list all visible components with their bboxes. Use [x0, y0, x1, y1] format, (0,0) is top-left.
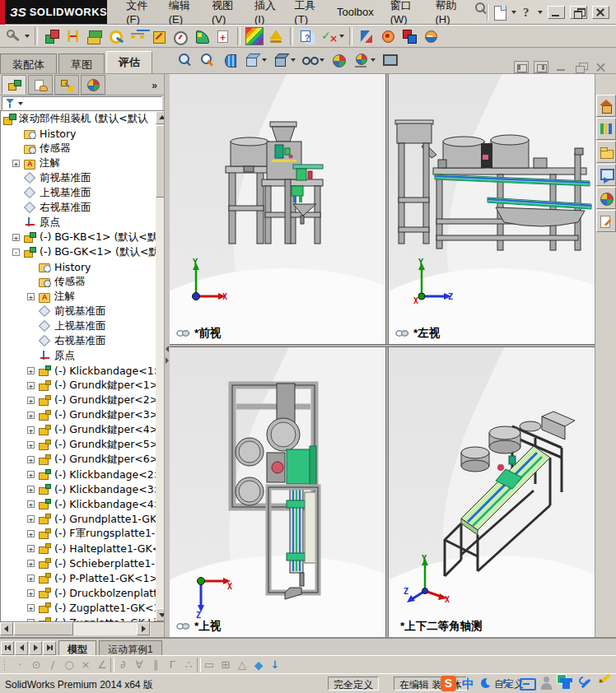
tree-item[interactable]: + (-) BG-KB<1> (默认<默认	[1, 230, 163, 244]
scrollbar-thumb[interactable]	[14, 622, 73, 635]
expand-toggle[interactable]: +	[27, 397, 35, 404]
viewport-top[interactable]: X Z *上视	[170, 347, 385, 637]
expand-toggle[interactable]: +	[27, 515, 35, 523]
separator[interactable]	[235, 26, 243, 46]
displaymanager-tab[interactable]	[81, 75, 105, 95]
ime-fullhalf-icon[interactable]	[480, 675, 494, 691]
display-style[interactable]	[272, 51, 296, 69]
collapse-left-icon[interactable]	[166, 346, 169, 352]
expand-toggle[interactable]: +	[27, 456, 35, 463]
tree-item[interactable]: + (-) P-Platte1-GK<1>	[1, 570, 163, 585]
restore-button[interactable]	[570, 6, 587, 19]
minimize-button[interactable]	[548, 6, 565, 19]
expand-toggle[interactable]: -	[12, 249, 20, 256]
chevron-down-icon[interactable]	[339, 35, 344, 38]
chevron-down-icon[interactable]	[511, 11, 516, 14]
tree-item[interactable]: 原点	[1, 348, 163, 363]
appearances-scenes[interactable]	[596, 187, 616, 209]
deviation-analysis[interactable]	[266, 26, 286, 46]
grid-system[interactable]: ⊞	[217, 658, 234, 672]
tree-item[interactable]: 上视基准面	[1, 185, 163, 200]
sogou-logo[interactable]: S	[441, 676, 456, 691]
tab-model[interactable]: 模型	[58, 640, 96, 655]
expand-toggle[interactable]: +	[27, 545, 35, 552]
apply-scene[interactable]	[352, 51, 376, 69]
tree-item[interactable]: + (-) Grundk鍵per<2> (	[1, 393, 163, 407]
tree-item[interactable]: + (-) Grundk鍵per<6> (	[1, 452, 163, 467]
next-tab-button[interactable]	[29, 641, 42, 655]
ime-punctuation-icon[interactable]	[500, 675, 514, 691]
tree-item[interactable]: 传感器	[1, 274, 163, 289]
help-icon[interactable]	[520, 4, 534, 21]
point[interactable]: ·	[12, 658, 28, 672]
expand-toggle[interactable]: +	[27, 441, 35, 449]
chevron-down-icon[interactable]	[291, 58, 296, 62]
sketch-fillet[interactable]: ∠	[94, 658, 110, 672]
tree-item[interactable]: 前视基准面	[1, 170, 163, 185]
view-orientation[interactable]	[243, 51, 268, 69]
ime-settings-icon[interactable]	[579, 675, 593, 691]
tab-sketch[interactable]: 草图	[58, 53, 105, 73]
spline[interactable]: ∂	[114, 658, 131, 672]
expand-toggle[interactable]: +	[27, 589, 35, 597]
configurationmanager-tab[interactable]	[54, 75, 79, 95]
tree-item[interactable]: + (-) Grundk鍵per<5> (	[1, 437, 163, 452]
tree-item[interactable]: + (-) Zugplatte1-GK<1>	[1, 600, 163, 615]
costing[interactable]	[421, 26, 441, 46]
edit-appearance[interactable]	[329, 51, 348, 69]
expand-toggle[interactable]: +	[27, 426, 35, 434]
first-tab-button[interactable]	[1, 641, 14, 655]
tree-item[interactable]: + (-) Schieberplatte1-	[1, 556, 163, 570]
3d-sketch[interactable]: ◆	[250, 658, 267, 672]
ime-soft-keyboard-icon[interactable]	[520, 675, 534, 691]
doc-close-button[interactable]	[593, 61, 608, 73]
expand-toggle[interactable]: +	[12, 234, 20, 241]
tree-item[interactable]: + (-) Grundk鍵per<3> (	[1, 407, 163, 422]
file-explorer[interactable]	[596, 141, 616, 163]
tree-item[interactable]: + (-) Grundk鍵per<4> (	[1, 422, 163, 437]
line[interactable]: /	[44, 658, 61, 672]
expand-toggle[interactable]: +	[27, 412, 35, 419]
viewport-left[interactable]: Y Z X *左视	[389, 74, 595, 344]
tree-item[interactable]: + (-) Klickbandage<2>	[1, 467, 163, 481]
chevron-down-icon[interactable]	[25, 35, 30, 38]
corner-rectangle[interactable]: Γ	[164, 658, 180, 672]
separator[interactable]	[347, 26, 355, 46]
menu-toolbox[interactable]: Toolbox	[329, 2, 381, 21]
expand-toggle[interactable]: +	[27, 500, 35, 508]
tree-item[interactable]: + 注解	[1, 156, 163, 170]
sketch-anchor[interactable]: ↓	[267, 658, 283, 672]
tree-item[interactable]: + (-) Grundplatte1-GK<	[1, 511, 163, 526]
last-tab-button[interactable]	[43, 641, 56, 655]
previous-tab-button[interactable]	[15, 641, 28, 655]
tree-item[interactable]: 传感器	[1, 141, 163, 156]
design-library[interactable]	[596, 118, 616, 140]
solidworks-resources[interactable]	[596, 95, 616, 117]
simulationxpress[interactable]	[357, 26, 376, 46]
custom-properties[interactable]	[596, 210, 616, 232]
tree-item[interactable]: History	[1, 259, 163, 274]
tree-item[interactable]: + (-) Klickbandage<1>	[1, 363, 163, 378]
viewport-front[interactable]: Y X *前视	[170, 74, 385, 344]
chevron-down-icon[interactable]	[18, 102, 23, 105]
tree-filter[interactable]	[2, 96, 162, 110]
tree-item[interactable]: - (-) BG-GK<1> (默认<默认	[1, 244, 163, 259]
scroll-right-button[interactable]	[137, 622, 150, 635]
chevron-down-icon[interactable]	[320, 58, 324, 62]
tree-item[interactable]: + (-) Klickbandage<4>	[1, 496, 163, 511]
mirror-entities[interactable]: ∀	[131, 658, 147, 672]
expand-toggle[interactable]: +	[27, 367, 35, 374]
expand-toggle[interactable]: +	[27, 471, 35, 478]
tree-item[interactable]: + (-) F軍rungsplatte1-	[1, 526, 163, 541]
section-view[interactable]	[221, 51, 239, 69]
close-button[interactable]	[592, 6, 609, 19]
tree-horizontal-scrollbar[interactable]	[0, 622, 151, 635]
compare-documents[interactable]	[297, 26, 317, 46]
expand-toggle[interactable]: +	[27, 382, 35, 389]
expand-toggle[interactable]: +	[27, 293, 35, 300]
ellipse[interactable]: ○	[61, 658, 77, 672]
expand-toggle[interactable]: +	[27, 604, 35, 612]
doc-minimize-button[interactable]	[553, 61, 568, 73]
tree-item[interactable]: History	[1, 126, 163, 141]
search-icon[interactable]	[473, 0, 487, 16]
